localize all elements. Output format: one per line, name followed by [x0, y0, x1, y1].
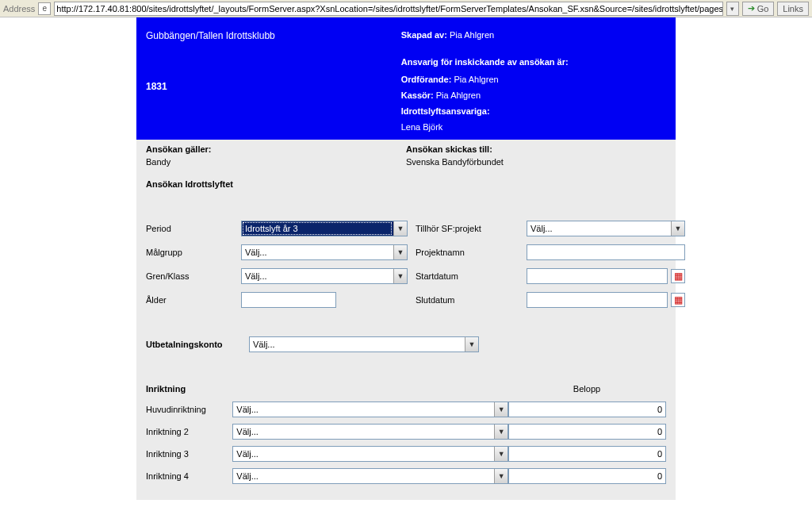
- gren-combo[interactable]: Välj... ▼: [241, 268, 408, 284]
- sfprojekt-combo-text: Välj...: [527, 224, 671, 233]
- ansvariga-value: Lena Björk: [401, 122, 666, 132]
- ansokan-title: Ansökan Idrottslyftet: [146, 173, 666, 221]
- inriktning-row-combo[interactable]: Välj... ▼: [232, 424, 508, 440]
- skickas-till-label: Ansökan skickas till:: [406, 144, 666, 154]
- form-header: Gubbängen/Tallen Idrottsklubb 1831 Skapa…: [136, 17, 676, 140]
- utbetalningskonto-combo-text: Välj...: [250, 340, 465, 349]
- projektnamn-input[interactable]: [527, 244, 685, 260]
- inriktning-row-amount[interactable]: 0: [508, 424, 666, 440]
- inriktning-row-combo[interactable]: Välj... ▼: [232, 446, 508, 462]
- chevron-down-icon[interactable]: ▼: [393, 245, 407, 259]
- inriktning-row: Inriktning 3 Välj... ▼ 0: [146, 446, 666, 462]
- chevron-down-icon[interactable]: ▼: [494, 402, 508, 417]
- inriktning-row-label: Inriktning 3: [146, 449, 232, 459]
- sfprojekt-label: Tillhör SF:projekt: [416, 224, 519, 233]
- inriktning-row-combo-text: Välj...: [233, 405, 494, 414]
- content-viewport[interactable]: Gubbängen/Tallen Idrottsklubb 1831 Skapa…: [0, 17, 812, 511]
- alder-input[interactable]: [241, 292, 336, 308]
- inriktning-row-combo-text: Välj...: [233, 427, 494, 436]
- address-label: Address: [3, 4, 35, 13]
- inriktning-row-label: Inriktning 4: [146, 471, 232, 481]
- go-button[interactable]: ➔ Go: [742, 2, 775, 16]
- inriktning-row: Inriktning 4 Välj... ▼ 0: [146, 468, 666, 484]
- skickas-till-value: Svenska Bandyförbundet: [406, 157, 666, 167]
- form-body: Ansökan gäller: Ansökan skickas till: Ba…: [136, 140, 676, 500]
- go-icon: ➔: [748, 3, 755, 13]
- ie-favicon: e: [38, 2, 51, 15]
- period-combo-text: Idrottslyft år 3: [242, 224, 393, 233]
- gren-label: Gren/Klass: [146, 271, 233, 281]
- club-name: Gubbängen/Tallen Idrottsklubb: [146, 30, 385, 41]
- chevron-down-icon[interactable]: ▼: [465, 337, 478, 352]
- belopp-heading: Belopp: [508, 384, 666, 394]
- ansokan-galler-label: Ansökan gäller:: [146, 144, 406, 154]
- chevron-down-icon[interactable]: ▼: [494, 447, 508, 461]
- inriktning-row-combo-text: Välj...: [233, 449, 494, 459]
- malgrupp-combo[interactable]: Välj... ▼: [241, 244, 408, 260]
- sfprojekt-combo[interactable]: Välj... ▼: [527, 221, 685, 236]
- chevron-down-icon[interactable]: ▼: [494, 469, 508, 483]
- slutdatum-input[interactable]: [527, 292, 668, 308]
- slutdatum-label: Slutdatum: [416, 295, 519, 305]
- ordforande-label: Ordförande:: [401, 75, 452, 84]
- form-grid: Period Idrottslyft år 3 ▼ Tillhör SF:pro…: [146, 221, 666, 308]
- chevron-down-icon[interactable]: ▼: [494, 425, 508, 439]
- gren-combo-text: Välj...: [242, 271, 393, 281]
- club-number: 1831: [146, 81, 385, 92]
- inriktning-row-combo[interactable]: Välj... ▼: [232, 468, 508, 484]
- malgrupp-label: Målgrupp: [146, 248, 233, 257]
- inriktning-row-amount[interactable]: 0: [508, 446, 666, 462]
- startdatum-label: Startdatum: [416, 271, 519, 281]
- skapad-av-value: Pia Ahlgren: [450, 30, 494, 40]
- inriktning-row-amount[interactable]: 0: [508, 402, 666, 417]
- calendar-icon[interactable]: ▦: [671, 293, 685, 307]
- utbetalningskonto-label: Utbetalningskonto: [146, 340, 241, 349]
- period-label: Period: [146, 224, 233, 233]
- chevron-down-icon[interactable]: ▼: [671, 221, 684, 236]
- alder-label: Ålder: [146, 295, 233, 305]
- address-input[interactable]: http://172.17.40.81:800/sites/idrottslyf…: [54, 2, 722, 16]
- inriktning-heading: Inriktning: [146, 384, 508, 394]
- utbetalningskonto-combo[interactable]: Välj... ▼: [249, 336, 479, 352]
- chevron-down-icon[interactable]: ▼: [393, 269, 407, 283]
- ansvarig-title: Ansvarig för inskickande av ansökan är:: [401, 57, 666, 67]
- inriktning-row-label: Huvudinriktning: [146, 405, 232, 414]
- address-dropdown[interactable]: ▾: [726, 2, 739, 16]
- chevron-down-icon[interactable]: ▼: [393, 221, 407, 236]
- go-label: Go: [757, 4, 769, 13]
- kassor-label: Kassör:: [401, 90, 434, 100]
- inriktning-row-combo[interactable]: Välj... ▼: [232, 402, 508, 417]
- kassor-value: Pia Ahlgren: [436, 90, 481, 100]
- period-combo[interactable]: Idrottslyft år 3 ▼: [241, 221, 408, 236]
- startdatum-input[interactable]: [527, 268, 668, 284]
- inriktning-row-label: Inriktning 2: [146, 427, 232, 436]
- ansvariga-label: Idrottslyftsansvariga:: [401, 106, 490, 116]
- ordforande-value: Pia Ahlgren: [454, 75, 498, 84]
- inriktning-row-amount[interactable]: 0: [508, 468, 666, 484]
- projektnamn-label: Projektnamn: [416, 248, 519, 257]
- malgrupp-combo-text: Välj...: [242, 248, 393, 257]
- links-button[interactable]: Links: [777, 2, 809, 16]
- links-label: Links: [783, 4, 803, 13]
- inriktning-row-combo-text: Välj...: [233, 471, 494, 481]
- ansokan-galler-value: Bandy: [146, 157, 406, 167]
- inriktning-row: Inriktning 2 Välj... ▼ 0: [146, 424, 666, 440]
- inriktning-row: Huvudinriktning Välj... ▼ 0: [146, 402, 666, 417]
- browser-address-bar: Address e http://172.17.40.81:800/sites/…: [0, 0, 812, 17]
- skapad-av-label: Skapad av:: [401, 30, 447, 40]
- calendar-icon[interactable]: ▦: [671, 269, 685, 283]
